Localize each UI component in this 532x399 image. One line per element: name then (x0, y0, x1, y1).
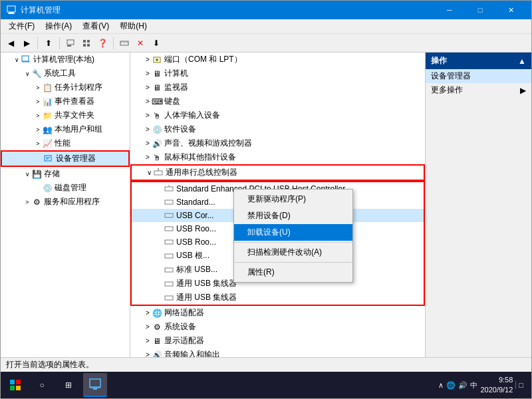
tree-item-services[interactable]: > ⚙ 服务和应用程序 (1, 195, 130, 209)
start-button[interactable] (3, 373, 27, 397)
tree-item-systools[interactable]: ∨ 🔧 系统工具 (1, 66, 130, 80)
device-mouse[interactable]: > 🖱 鼠标和其他指针设备 (130, 150, 425, 164)
action-device-mgr[interactable]: 设备管理器 (426, 69, 531, 83)
tree-item-diskmgmt[interactable]: 💿 磁盘管理 (1, 181, 130, 195)
device-audio[interactable]: > 🔊 音频输入和输出 (130, 348, 425, 357)
device-sys[interactable]: > ⚙ 系统设备 (130, 320, 425, 334)
tree-item-performance[interactable]: > 📈 性能 (1, 136, 130, 150)
toolbar-delete[interactable]: ✕ (133, 36, 148, 51)
device-list: > 端口（COM 和 LPT） > 🖥 计算机 > 🖥 (130, 53, 425, 357)
taskview-button[interactable]: ⊞ (57, 373, 80, 397)
toolbar-view2[interactable] (79, 36, 94, 51)
tray-expand[interactable]: ∧ (438, 381, 444, 390)
device-display[interactable]: > 🖥 显示适配器 (130, 334, 425, 348)
clock-time: 9:58 (480, 375, 513, 385)
device-computer[interactable]: > 🖥 计算机 (130, 66, 425, 80)
svg-rect-5 (83, 40, 86, 43)
actions-panel: 操作 ▲ 设备管理器 更多操作 ▶ (425, 53, 531, 357)
toolbar-show-hide[interactable] (63, 36, 78, 51)
arrow: ∨ (23, 70, 31, 77)
display-icon: 🖥 (152, 336, 162, 346)
device-hid[interactable]: > 🖱 人体学输入设备 (130, 108, 425, 122)
minimize-button[interactable]: ─ (434, 1, 465, 19)
tree-item-devicemgr[interactable]: 设备管理器 (1, 150, 130, 167)
menu-file[interactable]: 文件(F) (3, 19, 40, 33)
titlebar: 计算机管理 ─ □ ✕ (1, 1, 531, 19)
svg-rect-25 (165, 227, 173, 231)
ctx-scan[interactable]: 扫描检测硬件改动(A) (234, 244, 352, 261)
usb-gen-icon (164, 251, 174, 261)
toolbar-up[interactable]: ⬆ (41, 36, 56, 51)
more-arrow: ▶ (520, 86, 526, 95)
device-keyboard[interactable]: > ⌨ 键盘 (130, 94, 425, 108)
tools-icon: 🔧 (31, 68, 42, 79)
tray-show-desktop[interactable]: □ (515, 381, 523, 389)
ctx-properties[interactable]: 属性(R) (234, 264, 352, 281)
tray-network[interactable]: 🌐 (446, 381, 456, 390)
perf-icon: 📈 (42, 138, 53, 149)
ctx-disable[interactable]: 禁用设备(D) (234, 207, 352, 224)
maximize-button[interactable]: □ (465, 1, 495, 19)
device-sound[interactable]: > 🔊 声音、视频和游戏控制器 (130, 136, 425, 150)
toolbar-refresh[interactable]: ⬇ (149, 36, 164, 51)
taskbar-clock[interactable]: 9:58 2020/9/12 (480, 375, 513, 396)
toolbar-help[interactable]: ❓ (95, 36, 110, 51)
menu-action[interactable]: 操作(A) (40, 19, 77, 33)
tree-item-shared[interactable]: > 📁 共享文件夹 (1, 108, 130, 122)
tree-item-localusers[interactable]: > 👥 本地用户和组 (1, 122, 130, 136)
tree-item-storage[interactable]: ∨ 💾 存储 (1, 167, 130, 181)
device-com-lpt[interactable]: > 端口（COM 和 LPT） (130, 53, 425, 66)
arrow: > (34, 112, 42, 119)
sound-icon: 🔊 (152, 138, 162, 149)
task-icon: 📋 (42, 82, 53, 93)
tree-item-root[interactable]: ∨ 计算机管理(本地) (1, 53, 130, 66)
svg-rect-37 (93, 388, 97, 390)
tree-item-tasksched[interactable]: > 📋 任务计划程序 (1, 80, 130, 94)
device-label: 音频输入和输出 (164, 349, 220, 357)
folder-icon: 📁 (42, 110, 53, 121)
arrow: > (144, 84, 152, 91)
menu-view[interactable]: 查看(V) (77, 19, 114, 33)
arrow: > (144, 112, 152, 119)
toolbar-back[interactable]: ◀ (3, 36, 18, 51)
search-button[interactable]: ○ (30, 373, 54, 397)
tray-volume[interactable]: 🔊 (458, 381, 467, 390)
svg-rect-0 (7, 6, 15, 12)
action-more[interactable]: 更多操作 ▶ (426, 83, 531, 97)
svg-rect-26 (165, 240, 173, 244)
menu-help[interactable]: 帮助(H) (114, 19, 152, 33)
taskbar-tray: ∧ 🌐 🔊 中 9:58 2020/9/12 □ (433, 375, 529, 396)
monitor-icon: 🖥 (152, 82, 162, 93)
arrow: > (34, 84, 42, 91)
storage-icon: 💾 (31, 169, 42, 180)
tree-item-eventviewer[interactable]: > 📊 事件查看器 (1, 94, 130, 108)
toolbar-forward[interactable]: ▶ (19, 36, 34, 51)
computer-icon (21, 55, 31, 65)
titlebar-icon (6, 5, 17, 15)
close-button[interactable]: ✕ (495, 1, 526, 19)
device-label: 通用串行总线控制器 (166, 167, 237, 178)
users-icon: 👥 (42, 124, 53, 135)
device-label: USB 根... (176, 250, 209, 261)
svg-rect-32 (16, 380, 21, 384)
actions-collapse[interactable]: ▲ (518, 57, 526, 66)
port-icon (152, 55, 162, 65)
toolbar-icon1[interactable] (117, 36, 132, 51)
tree-label: 设备管理器 (56, 153, 96, 164)
tree-label: 服务和应用程序 (44, 196, 100, 207)
svg-rect-9 (120, 41, 128, 45)
taskbar-app-compmgmt[interactable] (83, 373, 107, 397)
svg-rect-27 (165, 254, 173, 258)
statusbar: 打开当前选项的属性表。 (1, 357, 531, 372)
ctx-uninstall[interactable]: 卸载设备(U) (234, 224, 352, 241)
device-usb-ctrl[interactable]: ∨ 通用串行总线控制器 (130, 164, 425, 181)
device-label: 系统设备 (164, 321, 196, 332)
device-net[interactable]: > 🌐 网络适配器 (130, 306, 425, 320)
device-usb-hub2[interactable]: 通用 USB 集线器 (132, 291, 424, 305)
tray-lang[interactable]: 中 (470, 380, 477, 390)
device-monitors[interactable]: > 🖥 监视器 (130, 80, 425, 94)
tree-label: 计算机管理(本地) (33, 54, 94, 65)
device-label: USB Cor... (176, 211, 214, 220)
ctx-update-driver[interactable]: 更新驱动程序(P) (234, 191, 352, 207)
device-software[interactable]: > 💿 软件设备 (130, 122, 425, 136)
